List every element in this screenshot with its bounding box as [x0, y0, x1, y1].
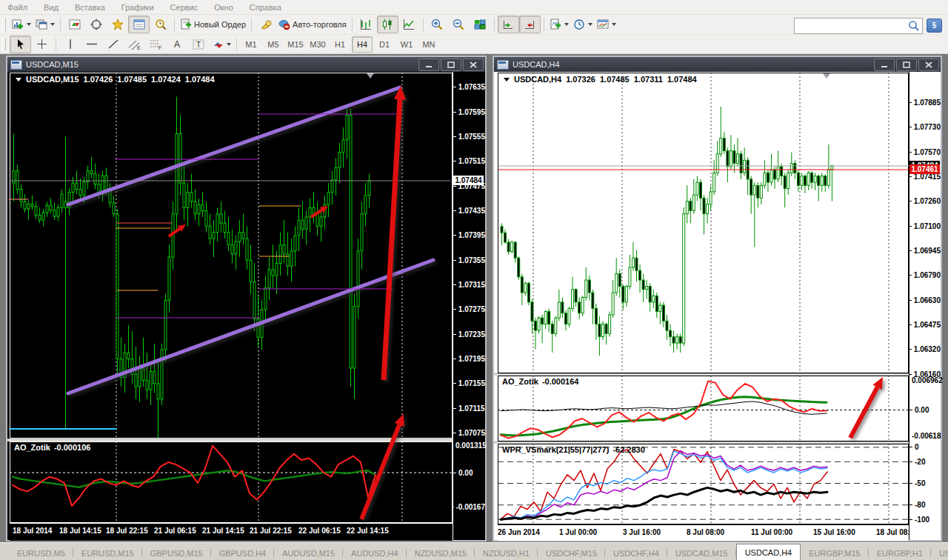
ao-indicator-pane-h4[interactable]: AO_Zotik-0.000164 [498, 376, 909, 441]
zoom-in-button[interactable] [427, 16, 448, 33]
time-tick: 8 Jul 08:00 [687, 528, 724, 536]
data-window-button[interactable] [85, 16, 107, 33]
chart-window-usdcad-h4[interactable]: USDCAD,H4 USDCAD,H41.073261.074851.07311… [493, 56, 942, 541]
toolbar-grip[interactable] [2, 18, 6, 31]
bar-chart-button[interactable] [356, 16, 377, 33]
horizontal-line-button[interactable] [81, 36, 102, 53]
chevron-down-icon [50, 23, 55, 26]
chart-tab-AUDUSD,H4[interactable]: AUDUSD,H4 [343, 546, 407, 560]
indicators-button[interactable] [547, 16, 571, 33]
window-titlebar[interactable]: USDCAD,M15 [7, 57, 485, 72]
chart-tab-NZDUSD,M15[interactable]: NZDUSD,M15 [407, 546, 475, 560]
maximize-button[interactable] [896, 59, 917, 71]
indicators-icon [550, 19, 561, 30]
timeframe-button-M15[interactable]: M15 [285, 36, 306, 53]
cursor-button[interactable] [10, 36, 31, 53]
menu-item-Файл[interactable]: Файл [7, 3, 27, 12]
symbol-dropdown-icon[interactable] [504, 78, 510, 81]
auto-trading-button[interactable]: Авто-торговля [276, 16, 349, 33]
chart-window-icon [10, 60, 22, 70]
maximize-button[interactable] [441, 59, 461, 71]
vertical-line-button[interactable] [59, 36, 81, 53]
chart-tab-GBPUSD,M15[interactable]: GBPUSD,M15 [142, 546, 211, 560]
toolbar-grip[interactable] [2, 38, 6, 51]
chart-tab-EURGBP,M15[interactable]: EURGBP,M15 [801, 546, 869, 560]
tile-windows-button[interactable] [470, 16, 491, 33]
price-tick: 1.07395 [453, 231, 485, 240]
menu-item-Справка[interactable]: Справка [250, 3, 281, 12]
time-tick: 21 Jul 14:15 [202, 527, 244, 535]
timeframe-button-M30[interactable]: M30 [307, 36, 328, 53]
chart-tab-AUDUSD,M15[interactable]: AUDUSD,M15 [274, 546, 343, 560]
new-chart-button[interactable] [10, 16, 33, 33]
candlestick-chart-button[interactable] [377, 16, 398, 33]
market-watch-icon [69, 19, 81, 30]
price-axis-h4[interactable]: 1.078851.077301.075701.074151.072601.071… [909, 72, 941, 540]
new-order-button[interactable]: Новый Ордер [178, 16, 248, 33]
main-chart-pane-h4[interactable]: USDCAD,H41.073261.074851.073111.07484 [498, 73, 909, 373]
menu-item-Вид[interactable]: Вид [44, 3, 59, 12]
chart-tab-USDCHF,M15[interactable]: USDCHF,M15 [538, 546, 605, 560]
notifications-badge[interactable]: 5 [927, 19, 942, 33]
price-tick: 0.006962 [909, 376, 941, 385]
timeframe-button-H4[interactable]: H4 [352, 36, 373, 53]
time-axis-m15[interactable]: 18 Jul 201418 Jul 14:1518 Jul 22:1521 Ju… [10, 523, 453, 541]
navigator-button[interactable] [107, 16, 128, 33]
timeframe-button-H1[interactable]: H1 [330, 36, 350, 53]
minimize-button[interactable] [418, 59, 439, 71]
chart-tab-NZDUSD,H1[interactable]: NZDUSD,H1 [475, 546, 538, 560]
timeframe-button-W1[interactable]: W1 [396, 36, 417, 53]
market-watch-button[interactable] [64, 16, 85, 33]
chart-window-usdcad-m15[interactable]: USDCAD,M15 USDCAD,M151.074261.074851.074… [6, 56, 487, 541]
ao-indicator-pane-m15[interactable]: AO_Zotik-0.000106 [10, 441, 453, 523]
strategy-tester-button[interactable] [150, 16, 171, 33]
chart-tab-USDCAD,H4[interactable]: USDCAD,H4 [736, 544, 801, 560]
auto-scroll-button[interactable] [498, 16, 519, 33]
chart-tab-EURUSD,M5[interactable]: EURUSD,M5 [9, 546, 73, 560]
minimize-button[interactable] [874, 59, 895, 71]
close-button[interactable] [918, 59, 939, 71]
arrows-button[interactable] [210, 36, 233, 53]
text-label-button[interactable]: T [188, 36, 210, 53]
zoom-out-button[interactable] [448, 16, 470, 33]
chart-tab-GBPUSD,H4[interactable]: GBPUSD,H4 [211, 546, 275, 560]
chart-tab-USDJPY,M15[interactable]: USDJPY,M15 [931, 546, 948, 560]
price-tick: 1.07355 [453, 256, 485, 264]
time-tick: 21 Jul 22:15 [250, 527, 292, 535]
price-axis-m15[interactable]: 1.076351.075951.075551.075151.074751.074… [453, 72, 485, 540]
profiles-button[interactable] [33, 16, 57, 33]
symbol-dropdown-icon[interactable] [16, 78, 21, 81]
equidistant-channel-button[interactable]: E [124, 36, 145, 53]
terminal-button[interactable] [128, 16, 150, 33]
crosshair-button[interactable] [31, 36, 53, 53]
menu-item-Графики[interactable]: Графики [121, 3, 154, 12]
main-chart-pane-m15[interactable]: USDCAD,M151.074261.074851.074241.07484 [10, 73, 453, 439]
timeframe-button-D1[interactable]: D1 [374, 36, 395, 53]
timeframe-button-M5[interactable]: M5 [263, 36, 284, 53]
sound-button[interactable] [255, 16, 276, 33]
chart-tab-EURUSD,M15[interactable]: EURUSD,M15 [73, 546, 142, 560]
search-icon[interactable] [908, 20, 920, 32]
chart-tab-USDCHF,H4[interactable]: USDCHF,H4 [605, 546, 667, 560]
search-input[interactable] [795, 20, 908, 32]
chevron-down-icon [27, 23, 31, 26]
wpr-indicator-pane-h4[interactable]: WPR_VSmark(21|55|77|277)-62.2830 [498, 444, 909, 524]
chart-tab-EURGBP,H1[interactable]: EURGBP,H1 [869, 546, 931, 560]
fibonacci-button[interactable]: F [145, 36, 167, 53]
time-tick: 1 Jul 00:00 [559, 528, 597, 536]
window-titlebar[interactable]: USDCAD,H4 [494, 57, 941, 72]
text-button[interactable]: A [167, 36, 188, 53]
close-button[interactable] [463, 59, 484, 71]
trendline-button[interactable] [102, 36, 124, 53]
templates-button[interactable] [595, 16, 618, 33]
timeframe-button-MN[interactable]: MN [418, 36, 439, 53]
chart-tab-USDCAD,M15[interactable]: USDCAD,M15 [667, 546, 736, 560]
timeframe-button-M1[interactable]: M1 [241, 36, 261, 53]
menu-item-Сервис[interactable]: Сервис [170, 3, 198, 12]
periods-button[interactable] [571, 16, 595, 33]
menu-item-Окно[interactable]: Окно [214, 3, 233, 12]
menu-item-Вставка[interactable]: Вставка [75, 3, 105, 12]
line-chart-button[interactable] [398, 16, 420, 33]
time-axis-h4[interactable]: 26 Jun 20141 Jul 00:003 Jul 16:008 Jul 0… [498, 524, 909, 541]
chart-shift-button[interactable] [519, 16, 541, 33]
